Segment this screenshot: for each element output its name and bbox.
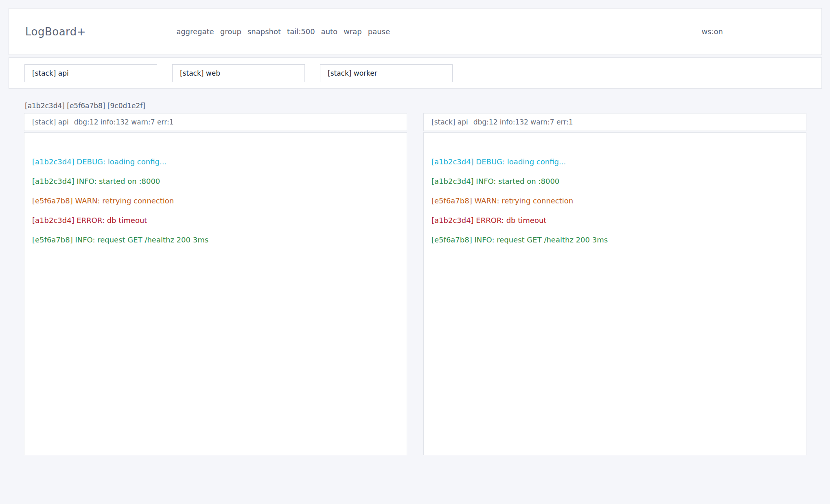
panel-header: [stack] api dbg:12 info:132 warn:7 err:1 bbox=[24, 113, 407, 131]
log-line: [a1b2c3d4] INFO: started on :8000 bbox=[32, 172, 399, 191]
log-line: [a1b2c3d4] INFO: started on :8000 bbox=[431, 172, 798, 191]
log-line: [e5f6a7b8] WARN: retrying connection bbox=[32, 191, 399, 211]
panel-stats: dbg:12 info:132 warn:7 err:1 bbox=[74, 118, 174, 126]
toolbar: aggregate group snapshot tail:500 auto w… bbox=[176, 27, 390, 36]
ws-status: ws:on bbox=[701, 27, 723, 36]
log-line: [e5f6a7b8] WARN: retrying connection bbox=[431, 191, 798, 211]
toolbar-item-snapshot[interactable]: snapshot bbox=[247, 27, 281, 36]
log-body[interactable]: [a1b2c3d4] DEBUG: loading config... [a1b… bbox=[423, 132, 806, 455]
app-title: LogBoard+ bbox=[25, 26, 86, 38]
log-panel-1: [stack] api dbg:12 info:132 warn:7 err:1… bbox=[24, 113, 407, 455]
log-line: [a1b2c3d4] ERROR: db timeout bbox=[32, 211, 399, 230]
toolbar-item-pause[interactable]: pause bbox=[368, 27, 390, 36]
toolbar-item-wrap[interactable]: wrap bbox=[344, 27, 362, 36]
log-line: [e5f6a7b8] INFO: request GET /healthz 20… bbox=[431, 230, 798, 250]
panel-label: [stack] api bbox=[431, 118, 468, 126]
log-line: [e5f6a7b8] INFO: request GET /healthz 20… bbox=[32, 230, 399, 250]
log-line: [a1b2c3d4] DEBUG: loading config... bbox=[32, 152, 399, 172]
log-line: [a1b2c3d4] ERROR: db timeout bbox=[431, 211, 798, 230]
log-panel-2: [stack] api dbg:12 info:132 warn:7 err:1… bbox=[423, 113, 806, 455]
log-body[interactable]: [a1b2c3d4] DEBUG: loading config... [a1b… bbox=[24, 132, 407, 455]
toolbar-item-aggregate[interactable]: aggregate bbox=[176, 27, 214, 36]
filter-input-web[interactable] bbox=[172, 64, 305, 82]
toolbar-item-group[interactable]: group bbox=[220, 27, 241, 36]
panel-stats: dbg:12 info:132 warn:7 err:1 bbox=[473, 118, 573, 126]
app-header-bar: LogBoard+ aggregate group snapshot tail:… bbox=[9, 8, 822, 55]
panels-row: [stack] api dbg:12 info:132 warn:7 err:1… bbox=[24, 113, 806, 455]
toolbar-item-tail[interactable]: tail:500 bbox=[287, 27, 315, 36]
filter-input-api[interactable] bbox=[24, 64, 157, 82]
filter-bar bbox=[9, 57, 822, 89]
panel-header: [stack] api dbg:12 info:132 warn:7 err:1 bbox=[423, 113, 806, 131]
log-line: [a1b2c3d4] DEBUG: loading config... bbox=[431, 152, 798, 172]
trace-ids: [a1b2c3d4] [e5f6a7b8] [9c0d1e2f] bbox=[25, 102, 830, 111]
toolbar-item-auto[interactable]: auto bbox=[321, 27, 338, 36]
filter-input-worker[interactable] bbox=[320, 64, 453, 82]
panel-label: [stack] api bbox=[32, 118, 69, 126]
